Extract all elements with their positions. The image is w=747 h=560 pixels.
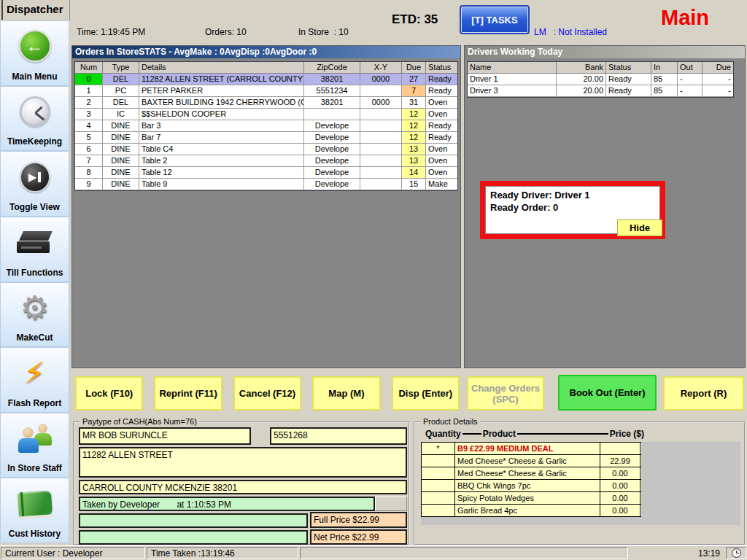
column-header-quantity: Quantity [425, 429, 461, 439]
order-cell-type: DINE [103, 132, 139, 143]
product-row[interactable]: Med Cheese* Cheese & Garlic22.99 [421, 455, 641, 467]
order-cell-type: DEL [103, 74, 139, 85]
sidebar-item-till-functions[interactable]: Till Functions [0, 217, 69, 282]
order-cell-type: IC [103, 109, 139, 120]
driver-cell-bank: 20.00 [557, 74, 606, 85]
top-bar: Dispatcher Time: 1:19:45 PM Cashier: Dev… [0, 0, 747, 44]
order-cell-type: DINE [103, 144, 139, 155]
order-row[interactable]: 3IC$$SHELDON COOPER12Oven [75, 109, 457, 120]
product-cell-price: 0.00 [600, 505, 640, 516]
product-row[interactable]: Garlic Bread 4pc0.00 [421, 505, 641, 517]
note-field-2 [79, 530, 308, 545]
tasks-button[interactable]: [T] TASKS [461, 7, 528, 33]
order-row[interactable]: 4DINEBar 3Develope12Ready [75, 120, 457, 132]
sidebar-item-cust-history[interactable]: Cust History [0, 478, 69, 543]
disp-button[interactable]: Disp (Enter) [392, 376, 460, 411]
order-cell-xy [360, 120, 402, 131]
product-row[interactable]: Spicy Potato Wedges0.00 [421, 492, 641, 505]
driver-cell-bank: 20.00 [557, 85, 606, 96]
order-cell-zipcode: Develope [304, 167, 360, 178]
time-taken-status: Time Taken :13:19:46 [147, 547, 298, 559]
sidebar-item-label: Toggle View [9, 202, 60, 212]
sidebar-item-makecut[interactable]: ⚙ MakeCut [0, 282, 69, 348]
column-header-due: Due [402, 62, 426, 73]
order-cell-type: DINE [103, 120, 139, 131]
etd-label: ETD: 35 [392, 12, 438, 27]
order-cell-status: Oven [426, 155, 457, 166]
product-row[interactable]: Med Cheese* Cheese & Garlic0.00 [421, 467, 641, 480]
lm-status: LM : Not Installed [534, 27, 609, 38]
orders-count-label: Orders: 10 [205, 27, 247, 38]
column-header-bank: Bank [557, 62, 606, 73]
product-cell-name: Med Cheese* Cheese & Garlic [455, 467, 600, 479]
order-cell-due: 12 [402, 120, 426, 131]
product-cell-quantity: * [421, 443, 455, 454]
order-cell-num: 5 [75, 132, 103, 143]
order-cell-details: PETER PARKER [139, 85, 304, 96]
driver-row[interactable]: Driver 120.00Ready85-- [468, 74, 733, 85]
app-title: Dispatcher [7, 3, 63, 15]
order-cell-details: Table 12 [139, 167, 304, 178]
sidebar-item-label: Till Functions [7, 268, 63, 278]
reprint-button[interactable]: Reprint (F11) [154, 376, 222, 411]
order-cell-xy [360, 155, 402, 166]
order-row[interactable]: 1PCPETER PARKER55512347Ready [75, 85, 457, 97]
sidebar-item-main-menu[interactable]: ← Main Menu [0, 20, 69, 86]
sidebar-item-label: TimeKeeping [7, 136, 62, 147]
product-row[interactable]: *B9 £22.99 MEDIUM DEAL [421, 443, 641, 455]
customer-name-field[interactable]: MR BOB SURUNCLE [79, 427, 251, 445]
column-header-details: Details [139, 62, 304, 73]
customer-phone-field[interactable]: 5551268 [270, 427, 407, 445]
back-arrow-icon: ← [19, 30, 51, 62]
customer-address-field[interactable]: 11282 ALLEN STREET [79, 447, 407, 478]
mode-label: Main [661, 6, 709, 30]
order-row[interactable]: 5DINEBar 7Develope12Ready [75, 132, 457, 144]
product-cell-quantity [421, 505, 455, 516]
sidebar-item-in-store-staff[interactable]: In Store Staff [0, 413, 69, 478]
order-cell-num: 9 [75, 179, 103, 190]
order-row[interactable]: 8DINETable 12Develope14Oven [75, 167, 457, 179]
driver-cell-out: - [678, 74, 703, 85]
customer-city-field[interactable]: CARROLL COUNTY MCKENZIE 38201 [79, 480, 407, 494]
column-header-type: Type [103, 62, 139, 73]
sidebar-item-label: Main Menu [12, 71, 58, 82]
lock-button[interactable]: Lock (F10) [75, 376, 143, 411]
order-cell-type: DEL [103, 97, 139, 108]
book-out-button[interactable]: Book Out (Enter) [558, 375, 657, 411]
product-details-group-label: Product Details [421, 417, 480, 427]
order-cell-num: 3 [75, 109, 103, 120]
order-row[interactable]: 7DINETable 2Develope13Oven [75, 155, 457, 167]
clock-icon [732, 548, 741, 558]
order-cell-due: 15 [402, 179, 426, 190]
sidebar-item-label: MakeCut [16, 332, 53, 343]
change-orders-button[interactable]: Change Orders (SPC) [467, 376, 544, 411]
sidebar-item-toggle-view[interactable]: ▶ Toggle View [0, 151, 69, 217]
icon-slot [1, 413, 69, 464]
sidebar-item-flash-report[interactable]: ⚡ Flash Report [0, 347, 69, 413]
status-bar: Current User : Developer Time Taken :13:… [0, 545, 747, 560]
product-cell-quantity [421, 492, 455, 504]
order-row[interactable]: 2DELBAXTER BUILDING 1942 CHERRYWOOD (CA3… [75, 97, 457, 109]
map-button[interactable]: Map (M) [312, 376, 380, 411]
order-cell-xy [360, 85, 402, 96]
instore-count-label: In Store : 10 [298, 27, 349, 38]
order-cell-zipcode: 38201 [304, 97, 360, 108]
product-row[interactable]: BBQ Chk Wings 7pc0.00 [421, 480, 641, 492]
order-row[interactable]: 9DINETable 9Develope15Make [75, 179, 457, 190]
driver-row[interactable]: Driver 320.00Ready85-- [468, 85, 733, 97]
order-row[interactable]: 0DEL11282 ALLEN STREET (CARROLL COUNTY)3… [75, 74, 457, 85]
hide-button[interactable]: Hide [617, 219, 662, 236]
product-cell-name: B9 £22.99 MEDIUM DEAL [455, 443, 600, 454]
sidebar-item-timekeeping[interactable]: TimeKeeping [0, 86, 69, 152]
report-button[interactable]: Report (R) [663, 376, 744, 411]
icon-slot [1, 478, 69, 529]
order-cell-zipcode: 5551234 [304, 85, 360, 96]
app-title-box: Dispatcher [0, 0, 70, 20]
ready-driver-text: Ready Driver: Driver 1 [490, 189, 655, 201]
order-cell-details: Table C4 [139, 144, 304, 155]
order-row[interactable]: 6DINETable C4Develope13Oven [75, 144, 457, 155]
icon-slot [1, 87, 69, 137]
order-cell-type: DINE [103, 179, 139, 190]
cancel-button[interactable]: Cancel (F12) [233, 376, 301, 411]
driver-cell-status: Ready [606, 74, 651, 85]
